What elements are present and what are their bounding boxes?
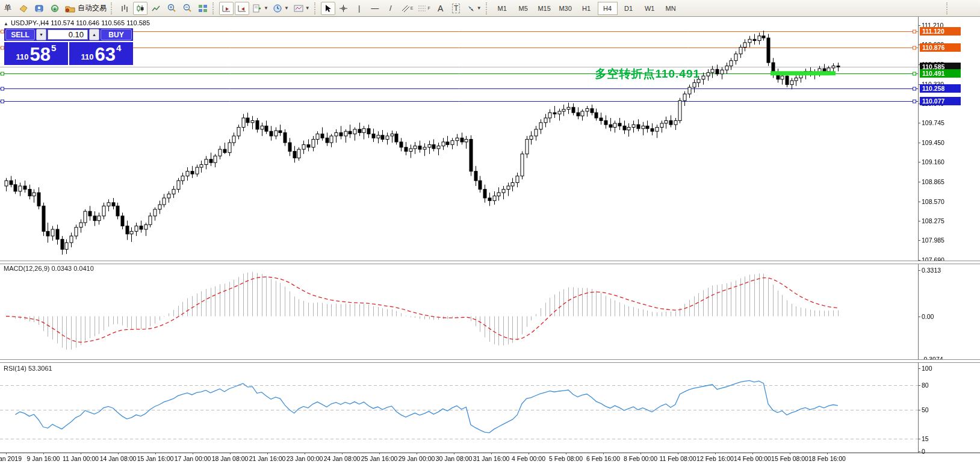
- time-axis-label: 15 Jan 16:00: [137, 455, 174, 462]
- price-level-badge: 110.258: [920, 84, 961, 93]
- text-label-tool-icon[interactable]: T: [449, 2, 464, 15]
- timeframe-button-m1[interactable]: M1: [492, 2, 512, 15]
- add-indicator-icon: [252, 4, 262, 13]
- timeframe-button-mn[interactable]: MN: [661, 2, 681, 15]
- time-axis-label: 23 Jan 00:00: [287, 455, 323, 462]
- rsi-label: RSI(14) 53.3061: [4, 365, 52, 372]
- zoom-out-icon[interactable]: [180, 2, 194, 15]
- toolbar-separator: [486, 2, 490, 14]
- new-order-button[interactable]: 单: [1, 2, 15, 15]
- time-axis-label: 14 Feb 00:00: [734, 455, 771, 462]
- price-axis-tick-label: 108.865: [922, 178, 944, 185]
- templates-button[interactable]: ▼: [292, 2, 312, 15]
- indicators-button[interactable]: ▼: [250, 2, 270, 15]
- price-axis-tick-label: 109.745: [922, 119, 944, 126]
- timeframe-button-h1[interactable]: H1: [577, 2, 597, 15]
- one-click-top-row: SELL ▼ 0.10 ▲ BUY: [4, 28, 133, 41]
- tile-windows-icon[interactable]: [196, 2, 210, 15]
- bid-pip-digit: 5: [51, 43, 56, 53]
- text-tool-icon[interactable]: A: [433, 2, 448, 15]
- sell-button[interactable]: SELL: [5, 29, 35, 40]
- price-axis-tick-label: 108.570: [922, 198, 944, 205]
- clock-icon: [273, 4, 282, 13]
- time-axis-label: 30 Jan 08:00: [436, 455, 473, 462]
- crosshair-tool-icon[interactable]: [336, 2, 351, 15]
- zoom-in-icon[interactable]: [164, 2, 179, 15]
- price-axis-tick-label: 109.450: [922, 139, 944, 146]
- bid-prefix: 110: [16, 52, 29, 61]
- chart-text-annotation[interactable]: 多空转折点110.491: [595, 66, 700, 82]
- chevron-down-icon: ▼: [264, 5, 268, 11]
- time-axis-label: 5 Feb 08:00: [549, 455, 583, 462]
- panel-splitter-rsi[interactable]: [0, 359, 980, 363]
- time-axis-label: 6 Feb 16:00: [586, 455, 620, 462]
- line-chart-icon[interactable]: [149, 2, 163, 15]
- bid-big-digits: 58: [30, 46, 51, 64]
- time-axis-line[interactable]: [0, 453, 980, 453]
- time-axis-label: 31 Jan 16:00: [473, 455, 510, 462]
- profiles-icon[interactable]: [32, 2, 46, 15]
- fibonacci-tool-icon[interactable]: F: [416, 2, 432, 15]
- bar-chart-icon[interactable]: [117, 2, 132, 15]
- volume-increase-button[interactable]: ▲: [89, 29, 99, 40]
- cursor-tool-icon[interactable]: [321, 2, 335, 15]
- timeframe-button-d1[interactable]: D1: [619, 2, 639, 15]
- autotrading-button[interactable]: 自动交易: [63, 2, 108, 15]
- panel-splitter-macd[interactable]: [0, 261, 980, 264]
- toolbar-separator: [111, 2, 115, 14]
- bid-quote-button[interactable]: 110 58 5: [4, 42, 68, 65]
- chart-canvas[interactable]: [0, 0, 980, 467]
- main-toolbar: 单 自动交易: [0, 0, 980, 17]
- time-axis-label: 11 Feb 08:00: [659, 455, 696, 462]
- vertical-line-tool-icon[interactable]: |: [352, 2, 367, 15]
- timeframe-button-w1[interactable]: W1: [640, 2, 660, 15]
- ask-prefix: 110: [81, 52, 94, 61]
- volume-input[interactable]: 0.10: [48, 29, 88, 40]
- time-axis-label: 29 Jan 00:00: [399, 455, 435, 462]
- price-level-badge: 110.491: [920, 69, 961, 78]
- arrows-tool-button[interactable]: ▼: [465, 2, 483, 15]
- timeframe-button-m30[interactable]: M30: [556, 2, 575, 15]
- price-axis-line[interactable]: [918, 17, 919, 453]
- chevron-down-icon: ▼: [284, 5, 289, 11]
- tag-icon[interactable]: [16, 2, 31, 15]
- fibo-sub-label: F: [427, 6, 430, 10]
- price-level-badge: 110.077: [920, 97, 961, 105]
- macd-label: MACD(12,26,9) 0.0343 0.0410: [4, 265, 94, 272]
- auto-scroll-icon[interactable]: [219, 2, 234, 15]
- rsi-axis-tick-label: 80: [922, 382, 929, 389]
- arrows-tool-icon: [467, 4, 475, 13]
- price-level-badge: 111.120: [920, 27, 961, 36]
- market-signal-icon[interactable]: [48, 2, 62, 15]
- trendline-tool-icon[interactable]: /: [383, 2, 398, 15]
- time-axis-label: 9 Jan 16:00: [27, 455, 60, 462]
- ask-pip-digit: 4: [116, 43, 121, 53]
- buy-button[interactable]: BUY: [101, 29, 132, 40]
- chevron-down-icon: ▼: [477, 5, 482, 11]
- time-axis-label: 24 Jan 08:00: [324, 455, 361, 462]
- ask-big-digits: 63: [95, 46, 116, 64]
- candlestick-chart-icon[interactable]: [133, 2, 147, 15]
- collapse-panel-arrow-icon[interactable]: ▲: [4, 21, 8, 26]
- toolbar-separator: [212, 2, 217, 14]
- volume-decrease-button[interactable]: ▼: [36, 29, 46, 40]
- time-axis-label: 18 Feb 16:00: [808, 455, 846, 462]
- time-axis-label: 12 Feb 16:00: [696, 455, 734, 462]
- ask-quote-button[interactable]: 110 63 4: [69, 42, 133, 65]
- horizontal-line-tool-icon[interactable]: —: [368, 2, 382, 15]
- channel-sub-label: E: [411, 6, 414, 10]
- timeframe-toolbar: M1M5M15M30H1H4D1W1MN: [492, 2, 681, 15]
- mt4-window: 单 自动交易: [0, 0, 980, 467]
- channel-tool-icon[interactable]: E: [399, 2, 415, 15]
- timeframe-button-m5[interactable]: M5: [513, 2, 533, 15]
- timeframe-button-h4[interactable]: H4: [598, 2, 618, 15]
- timeframe-button-m15[interactable]: M15: [535, 2, 554, 15]
- periods-button[interactable]: ▼: [271, 2, 291, 15]
- toolbar-separator: [314, 2, 318, 14]
- price-level-badge: 110.876: [920, 43, 961, 52]
- time-axis-label: 8 Jan 2019: [0, 455, 22, 462]
- rsi-axis-tick-label: 0: [922, 448, 925, 455]
- chart-shift-icon[interactable]: [235, 2, 249, 15]
- time-axis-label: 18 Jan 08:00: [212, 455, 249, 462]
- price-axis-tick-label: 108.275: [922, 217, 944, 224]
